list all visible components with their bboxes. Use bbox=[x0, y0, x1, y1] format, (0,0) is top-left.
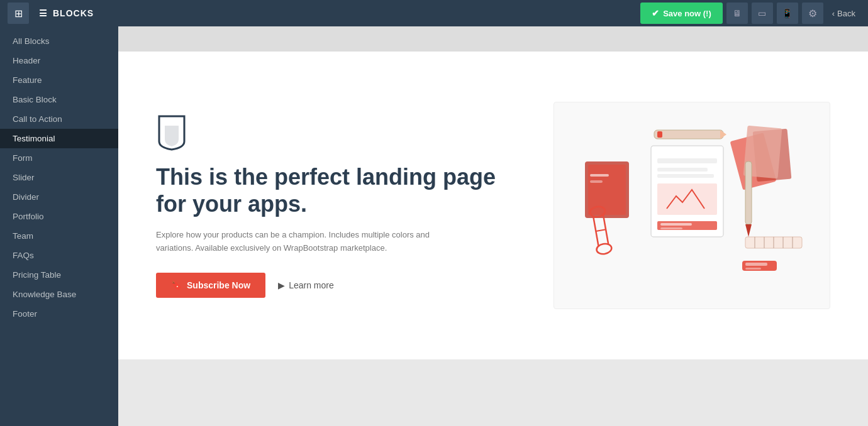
svg-rect-33 bbox=[745, 268, 761, 270]
play-icon: ▶ bbox=[278, 280, 285, 290]
sidebar-item-form[interactable]: Form bbox=[0, 148, 118, 168]
mobile-view-button[interactable]: 📱 bbox=[777, 3, 798, 24]
sidebar-item-feature[interactable]: Feature bbox=[0, 70, 118, 90]
sidebar-item-basic-block[interactable]: Basic Block bbox=[0, 90, 118, 109]
sidebar-item-all-blocks[interactable]: All Blocks bbox=[0, 31, 118, 51]
sidebar-item-faqs[interactable]: FAQs bbox=[0, 246, 118, 265]
learn-more-button[interactable]: ▶ Learn more bbox=[278, 280, 334, 290]
svg-rect-8 bbox=[657, 158, 717, 163]
svg-marker-27 bbox=[745, 224, 752, 237]
hero-left: This is the perfect landing page for you… bbox=[156, 113, 554, 298]
hero-description: Explore how your products can be a champ… bbox=[156, 229, 445, 255]
sidebar: All Blocks Header Feature Basic Block Ca… bbox=[0, 26, 118, 426]
logo-svg bbox=[156, 113, 187, 151]
sidebar-item-slider[interactable]: Slider bbox=[0, 168, 118, 187]
desktop-view-button[interactable]: 🖥 bbox=[726, 3, 748, 24]
subscribe-button[interactable]: 🔖 Subscribe Now bbox=[156, 273, 265, 298]
svg-rect-13 bbox=[660, 223, 692, 226]
svg-line-19 bbox=[596, 229, 606, 231]
back-button[interactable]: ‹ Back bbox=[827, 9, 860, 18]
sidebar-item-call-to-action[interactable]: Call to Action bbox=[0, 109, 118, 129]
hero-title: This is the perfect landing page for you… bbox=[156, 163, 528, 217]
bookmark-icon: 🔖 bbox=[171, 280, 182, 290]
sidebar-item-pricing-table[interactable]: Pricing Table bbox=[0, 265, 118, 285]
svg-marker-30 bbox=[720, 130, 726, 139]
sidebar-item-team[interactable]: Team bbox=[0, 226, 118, 246]
hero-buttons: 🔖 Subscribe Now ▶ Learn more bbox=[156, 273, 528, 298]
grid-view-button[interactable]: ⊞ bbox=[8, 3, 29, 24]
check-icon: ✔ bbox=[652, 8, 659, 18]
svg-rect-28 bbox=[654, 130, 723, 139]
bottom-section bbox=[118, 359, 868, 426]
hero-section: This is the perfect landing page for you… bbox=[118, 52, 868, 359]
svg-rect-10 bbox=[657, 174, 714, 178]
svg-rect-29 bbox=[657, 131, 662, 138]
sidebar-item-testimonial[interactable]: Testimonial bbox=[0, 129, 118, 148]
sidebar-item-header[interactable]: Header bbox=[0, 51, 118, 70]
topbar-title: ☰ BLOCKS bbox=[39, 8, 94, 18]
desktop-icon: 🖥 bbox=[733, 8, 742, 18]
back-chevron-icon: ‹ bbox=[832, 9, 835, 18]
sidebar-item-divider[interactable]: Divider bbox=[0, 187, 118, 207]
svg-rect-32 bbox=[745, 263, 767, 266]
hamburger-icon: ☰ bbox=[39, 8, 48, 18]
canvas-topbar bbox=[118, 26, 868, 52]
settings-button[interactable]: ⚙ bbox=[802, 3, 823, 24]
sidebar-item-portfolio[interactable]: Portfolio bbox=[0, 207, 118, 226]
tablet-icon: ▭ bbox=[758, 8, 766, 18]
topbar: ⊞ ☰ BLOCKS ✔ Save now (!) 🖥 ▭ 📱 ⚙ ‹ Back bbox=[0, 0, 868, 26]
svg-rect-3 bbox=[590, 180, 603, 183]
hero-right bbox=[554, 102, 830, 309]
hero-logo bbox=[156, 113, 528, 153]
grid-icon: ⊞ bbox=[14, 8, 23, 19]
topbar-right: ✔ Save now (!) 🖥 ▭ 📱 ⚙ ‹ Back bbox=[640, 3, 860, 24]
canvas: ⚙ This is the perfect landing page for y… bbox=[118, 52, 868, 426]
sidebar-item-footer[interactable]: Footer bbox=[0, 304, 118, 324]
gear-icon: ⚙ bbox=[808, 8, 817, 19]
svg-rect-2 bbox=[590, 174, 609, 177]
svg-rect-14 bbox=[660, 227, 682, 229]
mobile-icon: 📱 bbox=[782, 8, 793, 18]
svg-rect-11 bbox=[657, 183, 717, 215]
illustration-box bbox=[554, 102, 830, 309]
svg-rect-26 bbox=[745, 161, 752, 224]
topbar-left: ⊞ ☰ BLOCKS bbox=[8, 3, 94, 24]
tablet-view-button[interactable]: ▭ bbox=[752, 3, 773, 24]
sidebar-item-knowledge-base[interactable]: Knowledge Base bbox=[0, 285, 118, 304]
save-button[interactable]: ✔ Save now (!) bbox=[640, 3, 723, 24]
main-layout: All Blocks Header Feature Basic Block Ca… bbox=[0, 26, 868, 426]
hero-illustration bbox=[566, 111, 818, 300]
content-area: ⚙ This is the perfect landing page for y… bbox=[118, 26, 868, 426]
svg-rect-9 bbox=[657, 168, 708, 172]
